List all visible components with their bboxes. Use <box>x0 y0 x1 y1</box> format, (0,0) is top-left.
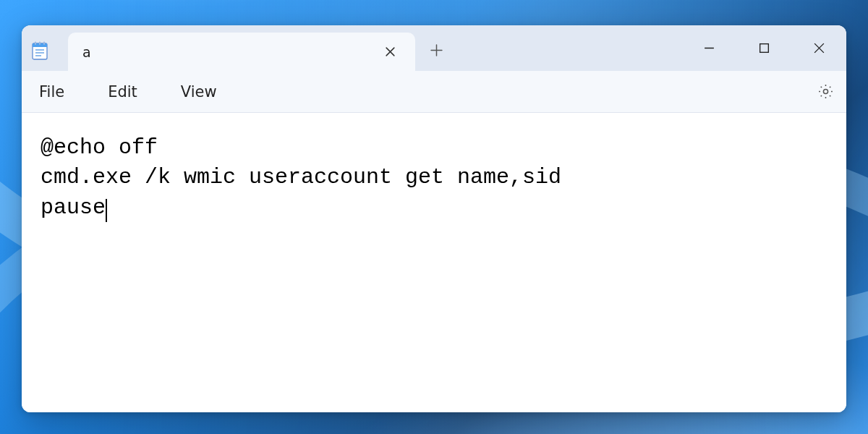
menu-file[interactable]: File <box>32 79 72 105</box>
editor-line: cmd.exe /k wmic useraccount get name,sid <box>41 165 561 190</box>
notepad-window: a File Edit View <box>22 25 846 412</box>
gear-icon <box>817 83 834 100</box>
notepad-app-icon <box>27 25 52 71</box>
close-icon <box>385 46 396 57</box>
tab-close-button[interactable] <box>379 41 401 63</box>
svg-point-10 <box>823 89 827 93</box>
editor-line: @echo off <box>41 135 158 160</box>
minimize-icon <box>703 42 715 54</box>
minimize-button[interactable] <box>681 25 736 71</box>
close-icon <box>813 42 825 54</box>
editor-line: pause <box>41 195 106 220</box>
text-editor[interactable]: @echo off cmd.exe /k wmic useraccount ge… <box>22 113 846 412</box>
svg-rect-9 <box>760 44 768 53</box>
menu-edit[interactable]: Edit <box>101 79 145 105</box>
menubar: File Edit View <box>22 71 846 113</box>
maximize-icon <box>758 42 770 54</box>
text-caret <box>106 199 107 222</box>
document-tab[interactable]: a <box>68 33 415 71</box>
maximize-button[interactable] <box>736 25 791 71</box>
svg-rect-5 <box>35 41 36 45</box>
new-tab-button[interactable] <box>415 25 457 71</box>
settings-button[interactable] <box>814 81 836 103</box>
svg-rect-7 <box>43 41 45 45</box>
titlebar[interactable]: a <box>22 25 846 71</box>
tab-title: a <box>82 44 91 60</box>
window-controls <box>681 25 846 71</box>
svg-rect-6 <box>39 41 41 45</box>
plus-icon <box>430 44 443 56</box>
window-close-button[interactable] <box>791 25 846 71</box>
menu-view[interactable]: View <box>174 79 224 105</box>
